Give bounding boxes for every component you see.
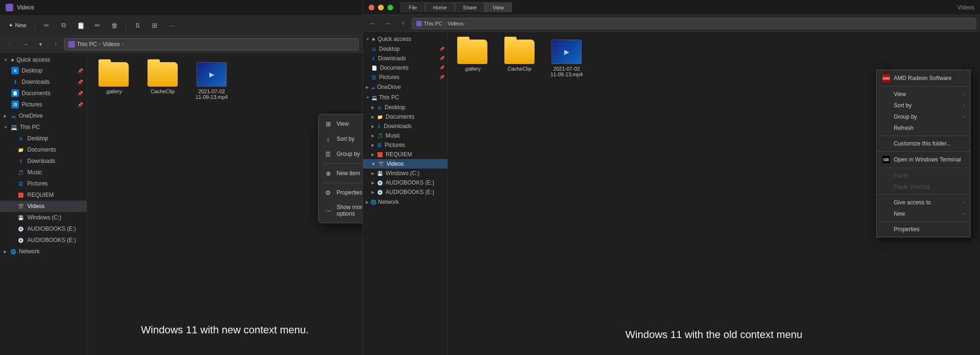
rs-item-ab-e1[interactable]: ▶ 💿 AUDIOBOOKS (E:) [363, 178, 447, 187]
rs-od-icon: ☁ [371, 85, 375, 90]
address-bar[interactable]: This PC › Videos › [64, 38, 359, 50]
ocm-sort[interactable]: Sort by › [877, 100, 970, 111]
sidebar-item-downloads2[interactable]: ⬇ Downloads [0, 155, 87, 167]
ocm-give-access[interactable]: Give access to › [877, 197, 970, 208]
rs-item-windows-c[interactable]: ▶ 💾 Windows (C:) [363, 169, 447, 178]
sidebar-item-windows-c[interactable]: 💾 Windows (C:) [0, 212, 87, 223]
cm-item-view[interactable]: ⊞ View › [319, 116, 362, 131]
file-item-gallery[interactable]: .gallery [95, 60, 132, 102]
sidebar-onedrive[interactable]: ▶ ☁ OneDrive [0, 110, 87, 121]
rs-network[interactable]: ▶ 🌐 Network [363, 197, 447, 207]
rs-item-downloads[interactable]: ⬇ Downloads 📌 [363, 54, 447, 63]
new-button[interactable]: ✦ New [4, 18, 31, 33]
cut-button[interactable]: ✂ [39, 18, 54, 33]
rs-req-icon: 🟥 [377, 152, 383, 157]
tab-home[interactable]: Home [425, 2, 455, 12]
right-file-cacheclip[interactable]: CacheClip [501, 38, 538, 79]
rs-item-documents2[interactable]: ▶ 📁 Documents [363, 112, 447, 121]
back-button[interactable]: ← [4, 38, 17, 51]
file-item-cacheclip[interactable]: CacheClip [144, 60, 181, 102]
pc-chevron: ▼ [4, 125, 8, 129]
sidebar-item-desktop[interactable]: 🖥 Desktop 📌 [0, 65, 87, 76]
rs-item-music[interactable]: ▶ 🎵 Music [363, 131, 447, 140]
sidebar-item-desktop2[interactable]: 🖥 Desktop [0, 133, 87, 144]
rs-od-chevron: ▶ [366, 85, 369, 89]
sidebar-item-videos[interactable]: 🎬 Videos [0, 201, 87, 212]
sidebar-item-documents[interactable]: 📄 Documents 📌 [0, 88, 87, 99]
ocm-new[interactable]: New › [877, 208, 970, 219]
sidebar-item-documents2[interactable]: 📁 Documents [0, 144, 87, 155]
ocm-amd[interactable]: AMD AMD Radeon Software [877, 72, 970, 84]
ocm-properties[interactable]: Properties [877, 224, 970, 235]
cm-sep-1 [322, 163, 362, 164]
up-button[interactable]: ↑ [49, 38, 62, 51]
ocm-customize[interactable]: Customize this folder... [877, 138, 970, 149]
rs-doc-icon: 📄 [371, 65, 377, 71]
rs-this-pc[interactable]: ▼ 💻 This PC [363, 92, 447, 103]
copy-button[interactable]: ⧉ [56, 18, 71, 33]
rs-item-downloads2[interactable]: ▶ ⬇ Downloads [363, 121, 447, 131]
tab-file[interactable]: File [401, 2, 425, 12]
rs-pc-icon: 💻 [371, 95, 377, 100]
delete-button[interactable]: 🗑 [107, 18, 122, 33]
right-forward-btn[interactable]: → [382, 17, 394, 30]
view-button[interactable]: ⊞ [147, 18, 162, 33]
rs-item-requiem[interactable]: ▶ 🟥 REQUIEM [363, 150, 447, 159]
sidebar-item-downloads[interactable]: ⬇ Downloads 📌 [0, 76, 87, 88]
forward-button[interactable]: → [19, 38, 32, 51]
tab-view[interactable]: View [485, 2, 512, 12]
ocm-group[interactable]: Group by › [877, 111, 970, 122]
rs-pic2-icon: 🖼 [377, 143, 382, 148]
pictures2-icon: 🖼 [17, 180, 25, 187]
rs-onedrive[interactable]: ▶ ☁ OneDrive [363, 82, 447, 92]
ocm-refresh[interactable]: Refresh [877, 122, 970, 134]
rs-quick-access[interactable]: ▼ ★ Quick access [363, 34, 447, 44]
right-caption: Windows 11 with the old context menu [626, 329, 802, 341]
cm-item-sort[interactable]: ↕ Sort by › [319, 131, 362, 146]
recent-button[interactable]: ▾ [34, 38, 47, 51]
sidebar-item-audiobooks-e2[interactable]: 💿 AUDIOBOOKS (E:) [0, 234, 87, 246]
ocm-terminal[interactable]: ⌨ Open in Windows Terminal [877, 153, 970, 166]
sidebar-network[interactable]: ▶ 🌐 Network [0, 246, 87, 257]
right-file-gallery[interactable]: .gallery [453, 38, 491, 79]
rs-item-documents[interactable]: 📄 Documents 📌 [363, 63, 447, 73]
sidebar-item-music[interactable]: 🎵 Music [0, 167, 87, 178]
sidebar-item-audiobooks-e1[interactable]: 💿 AUDIOBOOKS (E:) [0, 223, 87, 234]
sort-button[interactable]: ⇅ [130, 18, 145, 33]
ocm-view[interactable]: View › [877, 89, 970, 100]
sidebar-quick-access[interactable]: ▼ ★ Quick access [0, 55, 87, 65]
ocm-sep-6 [877, 221, 970, 222]
cm-item-group[interactable]: ☰ Group by › [319, 146, 362, 161]
sidebar-this-pc[interactable]: ▼ 💻 This PC [0, 121, 87, 133]
rs-item-desktop2[interactable]: ▶ 🖥 Desktop [363, 103, 447, 112]
paste-button[interactable]: 📋 [73, 18, 88, 33]
right-file-video[interactable]: 2021-07-0211-09-13.mp4 [548, 38, 585, 79]
file-item-video[interactable]: 2021-07-0211-09-13.mp4 [193, 60, 231, 102]
rs-item-pictures[interactable]: 🖼 Pictures 📌 [363, 73, 447, 82]
right-up-btn[interactable]: ↑ [397, 17, 409, 30]
right-address-bar[interactable]: This PC › Videos › [412, 18, 976, 29]
rs-item-desktop[interactable]: 🖥 Desktop 📌 [363, 44, 447, 54]
right-back-btn[interactable]: ← [367, 17, 379, 30]
requiem-icon: 🟥 [17, 191, 25, 199]
cm-item-show-more[interactable]: ⋯ Show more options Shift+F10 [319, 200, 362, 221]
rs-item-ab-e2[interactable]: ▶ 💿 AUDIOBOOKS (E:) [363, 187, 447, 197]
rs-item-pictures2[interactable]: ▶ 🖼 Pictures [363, 140, 447, 150]
more-button[interactable]: ··· [164, 18, 179, 33]
tab-share[interactable]: Share [455, 2, 485, 12]
ocm-sep-1 [877, 86, 970, 87]
sidebar-item-requiem[interactable]: 🟥 REQUIEM [0, 189, 87, 201]
cm-item-properties[interactable]: ⚙ Properties Alt+Enter [319, 185, 362, 200]
file-name-cacheclip: CacheClip [151, 89, 175, 94]
rs-dl2-expand: ▶ [371, 124, 374, 129]
cm-item-new[interactable]: ⊕ New item › [319, 166, 362, 181]
sidebar-item-pictures[interactable]: 🖼 Pictures 📌 [0, 99, 87, 110]
rs-desktop2-expand: ▶ [371, 105, 374, 110]
rename-button[interactable]: ✏ [90, 18, 105, 33]
rs-item-videos[interactable]: ▼ 🎬 Videos [363, 159, 447, 169]
min-dot[interactable] [378, 5, 384, 10]
max-dot[interactable] [387, 5, 393, 10]
close-dot[interactable] [369, 5, 374, 10]
sidebar-item-pictures2[interactable]: 🖼 Pictures [0, 178, 87, 189]
rs-pic2-expand: ▶ [371, 143, 374, 147]
